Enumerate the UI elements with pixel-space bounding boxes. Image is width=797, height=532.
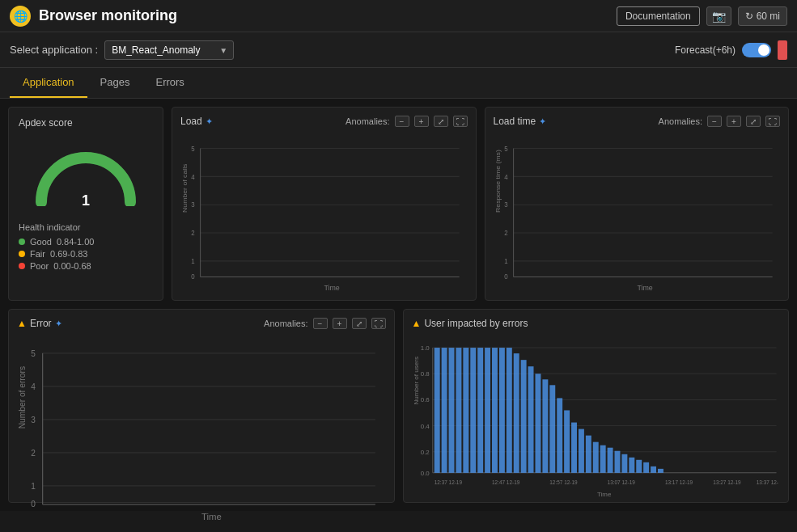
- svg-rect-82: [614, 451, 620, 473]
- time-label: 60 mi: [757, 11, 780, 22]
- tab-application[interactable]: Application: [10, 68, 87, 98]
- load-time-chart-controls: Anomalies: − + ⤢ ⛶: [659, 116, 780, 127]
- svg-rect-80: [600, 445, 605, 473]
- load-time-title-group: Load time ✦: [494, 116, 547, 127]
- svg-text:Time: Time: [201, 512, 222, 521]
- load-time-chart-card: Load time ✦ Anomalies: − + ⤢ ⛶ 5 4 3 2 1: [485, 107, 790, 301]
- error-fullscreen-btn[interactable]: ⛶: [371, 318, 386, 329]
- svg-text:Number of calls: Number of calls: [180, 164, 188, 213]
- svg-rect-83: [621, 454, 627, 473]
- svg-rect-66: [498, 348, 504, 473]
- header: 🌐 Browser monitoring Documentation 📷 ↻ 6…: [0, 0, 797, 32]
- load-time-anomalies-label: Anomalies:: [659, 116, 702, 126]
- svg-text:2: 2: [504, 229, 508, 237]
- svg-rect-86: [643, 462, 649, 473]
- svg-text:5: 5: [504, 144, 508, 152]
- error-chart-controls: Anomalies: − + ⤢ ⛶: [264, 318, 385, 329]
- fair-range: 0.69-0.83: [50, 249, 87, 259]
- svg-text:3: 3: [31, 416, 36, 424]
- refresh-icon: ↻: [745, 11, 753, 22]
- svg-text:0: 0: [191, 272, 195, 280]
- svg-text:Response time (ms): Response time (ms): [494, 150, 501, 213]
- svg-text:13:07 12-19: 13:07 12-19: [607, 479, 635, 485]
- svg-text:12:47 12-19: 12:47 12-19: [492, 479, 520, 485]
- app-select[interactable]: BM_React_Anomaly: [104, 40, 234, 60]
- tab-pages[interactable]: Pages: [87, 68, 143, 98]
- load-fullscreen-btn[interactable]: ⛶: [453, 116, 468, 127]
- refresh-button[interactable]: ↻ 60 mi: [738, 6, 787, 26]
- users-chart-card: ▲ User impacted by errors 1.0 0.8 0.6 0.…: [403, 309, 790, 503]
- error-plus-btn[interactable]: +: [333, 318, 347, 329]
- svg-text:3: 3: [191, 201, 195, 209]
- load-chart-card: Load ✦ Anomalies: − + ⤢ ⛶ 5 4 3 2: [172, 107, 477, 301]
- users-title-group: ▲ User impacted by errors: [412, 318, 528, 329]
- load-anomalies-label: Anomalies:: [346, 116, 389, 126]
- load-time-plus-btn[interactable]: +: [727, 116, 741, 127]
- svg-rect-61: [463, 348, 468, 473]
- forecast-wrapper: Forecast(+6h): [675, 40, 787, 60]
- svg-rect-77: [578, 429, 583, 473]
- error-info-icon[interactable]: ✦: [55, 319, 62, 329]
- header-right: Documentation 📷 ↻ 60 mi: [617, 6, 787, 26]
- svg-text:1: 1: [504, 257, 508, 265]
- toggle-knob: [758, 44, 769, 56]
- apdex-title: Apdex score: [19, 117, 153, 129]
- svg-text:5: 5: [31, 349, 36, 358]
- load-expand-btn[interactable]: ⤢: [434, 116, 448, 127]
- error-expand-btn[interactable]: ⤢: [352, 318, 367, 329]
- forecast-extra-btn[interactable]: [778, 40, 787, 60]
- load-time-fullscreen-btn[interactable]: ⛶: [765, 116, 780, 127]
- svg-text:0: 0: [504, 272, 508, 280]
- svg-text:5: 5: [191, 144, 195, 152]
- load-chart-svg: 5 4 3 2 1 0 Number: [180, 133, 468, 292]
- svg-rect-68: [513, 353, 519, 473]
- load-time-expand-btn[interactable]: ⤢: [746, 116, 761, 127]
- load-chart-controls: Anomalies: − + ⤢ ⛶: [346, 116, 467, 127]
- svg-rect-81: [607, 448, 613, 473]
- svg-rect-79: [592, 442, 598, 473]
- svg-rect-84: [629, 458, 634, 473]
- error-minus-btn[interactable]: −: [313, 318, 328, 329]
- health-indicator: Health indicator Good 0.84-1.00 Fair 0.6…: [19, 222, 153, 271]
- svg-text:13:27 12-19: 13:27 12-19: [713, 479, 741, 485]
- svg-text:0.0: 0.0: [420, 470, 430, 477]
- svg-text:0.2: 0.2: [420, 449, 430, 456]
- header-title: Browser monitoring: [39, 7, 177, 24]
- svg-rect-69: [520, 360, 526, 473]
- forecast-label: Forecast(+6h): [675, 44, 736, 56]
- users-chart-header: ▲ User impacted by errors: [412, 318, 781, 329]
- svg-rect-76: [571, 423, 577, 473]
- forecast-toggle[interactable]: [742, 43, 771, 57]
- good-label: Good: [30, 237, 52, 247]
- load-chart-header: Load ✦ Anomalies: − + ⤢ ⛶: [180, 116, 468, 127]
- load-time-info-icon[interactable]: ✦: [539, 116, 546, 127]
- svg-text:0.4: 0.4: [420, 423, 430, 430]
- load-info-icon[interactable]: ✦: [206, 116, 213, 127]
- tab-errors[interactable]: Errors: [142, 68, 197, 98]
- toolbar: Select application : BM_React_Anomaly ▼ …: [0, 32, 797, 68]
- documentation-button[interactable]: Documentation: [617, 6, 700, 26]
- health-good: Good 0.84-1.00: [19, 237, 153, 247]
- apdex-card: Apdex score 1 Health indicator Good 0.84…: [8, 107, 163, 301]
- svg-text:0.8: 0.8: [420, 370, 430, 378]
- load-plus-btn[interactable]: +: [414, 116, 429, 127]
- svg-text:Time: Time: [597, 491, 612, 498]
- svg-rect-60: [456, 348, 461, 473]
- select-application-label: Select application :: [10, 44, 98, 56]
- svg-rect-72: [542, 379, 548, 473]
- error-chart-area: 5 4 3 2 1 0 Number of errors Time: [17, 336, 386, 522]
- camera-button[interactable]: 📷: [706, 6, 731, 26]
- load-time-minus-btn[interactable]: −: [707, 116, 722, 127]
- users-chart-title: User impacted by errors: [424, 318, 528, 329]
- load-time-chart-area: 5 4 3 2 1 0 Response time (ms) Time: [494, 133, 781, 292]
- load-minus-btn[interactable]: −: [395, 116, 409, 127]
- error-chart-card: ▲ Error ✦ Anomalies: − + ⤢ ⛶ 5 4 3 2: [8, 309, 395, 503]
- app-select-wrapper: Select application : BM_React_Anomaly ▼: [10, 40, 234, 60]
- load-chart-title: Load: [180, 116, 202, 127]
- svg-text:2: 2: [31, 449, 36, 458]
- svg-rect-88: [657, 469, 663, 473]
- svg-text:2: 2: [191, 229, 195, 237]
- error-anomalies-label: Anomalies:: [264, 319, 307, 328]
- top-row: Apdex score 1 Health indicator Good 0.84…: [8, 107, 789, 301]
- users-bar-chart-area: 1.0 0.8 0.6 0.4 0.2 0.0: [412, 336, 781, 498]
